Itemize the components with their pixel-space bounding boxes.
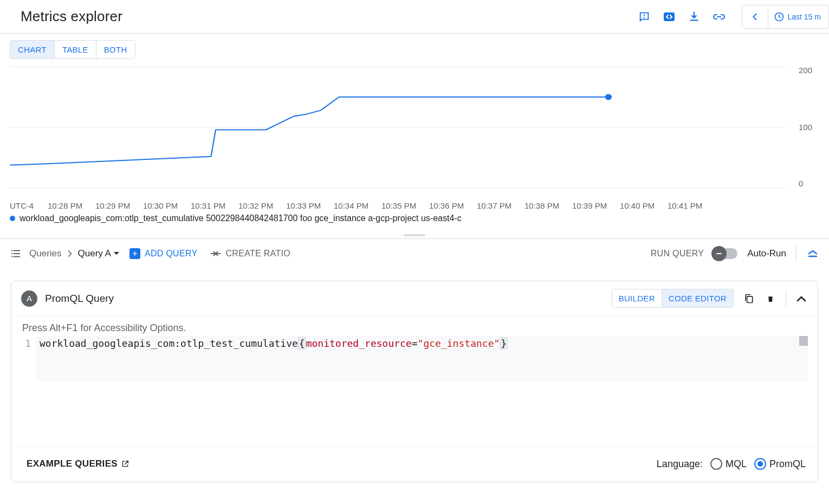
y-tick: 0 (799, 179, 803, 188)
x-tick: 10:39 PM (572, 201, 620, 210)
card-footer: EXAMPLE QUERIES Language: MQL PromQL (11, 447, 818, 482)
y-tick: 100 (799, 122, 812, 132)
query-card: A PromQL Query BUILDER CODE EDITOR Press… (11, 281, 818, 482)
legend-text: workload_googleapis_com:otlp_test_cumula… (20, 214, 462, 223)
collapse-panel-icon[interactable] (806, 247, 819, 260)
code-editor-button[interactable]: CODE EDITOR (662, 289, 733, 307)
view-tabs: CHART TABLE BOTH (10, 40, 135, 59)
separator (786, 291, 786, 306)
auto-run-label: Auto-Run (747, 248, 786, 259)
svg-point-7 (605, 94, 612, 100)
time-range-prev[interactable] (742, 5, 768, 28)
add-query-button[interactable]: + ADD QUERY (127, 245, 200, 262)
x-tick: 10:36 PM (429, 201, 477, 210)
svg-point-1 (643, 17, 644, 18)
create-ratio-button[interactable]: CREATE RATIO (208, 245, 293, 262)
query-avatar: A (21, 290, 37, 307)
panel-resize-handle[interactable] (0, 232, 829, 238)
x-tick: 10:29 PM (95, 201, 143, 210)
add-query-label: ADD QUERY (145, 249, 198, 259)
tab-chart[interactable]: CHART (10, 41, 54, 59)
minimap-scrollbar[interactable] (799, 336, 808, 346)
example-queries-link[interactable]: EXAMPLE QUERIES (27, 458, 129, 469)
x-tick: 10:34 PM (334, 201, 381, 210)
example-queries-label: EXAMPLE QUERIES (27, 458, 118, 469)
report-issue-icon[interactable] (638, 10, 651, 23)
line-number: 1 (21, 336, 36, 351)
link-icon[interactable] (713, 10, 726, 23)
x-tick: 10:38 PM (524, 201, 572, 210)
toggle-knob (711, 246, 727, 261)
x-tick: 10:35 PM (381, 201, 429, 210)
tab-both[interactable]: BOTH (96, 41, 135, 59)
code-editor[interactable]: Press Alt+F1 for Accessibility Options. … (11, 316, 818, 447)
x-tick: 10:32 PM (238, 201, 286, 210)
editor-mode-segment: BUILDER CODE EDITOR (612, 289, 734, 308)
breadcrumb-current-label: Query A (78, 248, 111, 259)
svg-rect-10 (747, 296, 753, 302)
code-icon[interactable] (663, 10, 676, 23)
query-toolbar: Queries Query A + ADD QUERY CREATE RATIO… (0, 238, 829, 268)
create-ratio-label: CREATE RATIO (226, 249, 290, 259)
code-content[interactable]: workload_googleapis_com:otlp_test_cumula… (36, 336, 808, 382)
copy-icon[interactable] (742, 292, 755, 305)
x-tick: 10:28 PM (48, 201, 95, 210)
breadcrumb: Queries Query A (29, 248, 120, 259)
delete-icon[interactable] (764, 292, 777, 305)
open-external-icon (121, 460, 129, 468)
topbar: Metrics explorer Last 15 m (0, 0, 829, 34)
legend[interactable]: workload_googleapis_com:otlp_test_cumula… (9, 210, 820, 228)
breadcrumb-current[interactable]: Query A (78, 248, 120, 259)
legend-dot-icon (10, 216, 15, 221)
run-query-button[interactable]: RUN QUERY (651, 249, 704, 259)
chevron-right-icon (67, 250, 73, 257)
top-actions: Last 15 m (638, 5, 829, 29)
plus-icon: + (129, 248, 140, 259)
x-axis-tz: UTC-4 (10, 201, 48, 210)
time-range-picker: Last 15 m (742, 5, 829, 29)
y-axis: 200 100 0 (788, 59, 820, 201)
caret-down-icon (113, 251, 120, 256)
chart-wrap: 200 100 0 (9, 59, 820, 201)
radio-mql-label: MQL (726, 458, 747, 470)
time-range-label[interactable]: Last 15 m (768, 5, 828, 28)
x-tick: 10:37 PM (477, 201, 524, 210)
auto-run-toggle[interactable] (714, 248, 737, 259)
radio-promql-label: PromQL (769, 458, 806, 470)
ratio-icon (210, 249, 222, 259)
radio-mql[interactable]: MQL (710, 458, 747, 470)
card-title: PromQL Query (45, 293, 114, 305)
breadcrumb-queries[interactable]: Queries (29, 248, 62, 259)
collapse-card-icon[interactable] (795, 292, 808, 305)
time-range-text: Last 15 m (788, 12, 821, 21)
x-axis: UTC-410:28 PM10:29 PM10:30 PM10:31 PM10:… (9, 201, 820, 210)
separator (796, 246, 796, 261)
download-icon[interactable] (688, 10, 701, 23)
page-title: Metrics explorer (21, 8, 122, 25)
svg-rect-2 (664, 12, 675, 21)
x-tick: 10:30 PM (143, 201, 191, 210)
tab-table[interactable]: TABLE (54, 41, 96, 59)
x-tick: 10:33 PM (286, 201, 334, 210)
x-tick: 10:41 PM (668, 201, 715, 210)
y-tick: 200 (799, 66, 812, 75)
radio-promql[interactable]: PromQL (754, 458, 806, 470)
language-picker: Language: MQL PromQL (657, 458, 806, 470)
card-header: A PromQL Query BUILDER CODE EDITOR (11, 281, 818, 316)
x-tick: 10:31 PM (191, 201, 238, 210)
language-label: Language: (657, 458, 703, 470)
list-icon (10, 248, 22, 260)
plot-area[interactable] (9, 59, 788, 201)
code-line: 1 workload_googleapis_com:otlp_test_cumu… (21, 336, 808, 382)
builder-button[interactable]: BUILDER (612, 289, 662, 307)
card-actions: BUILDER CODE EDITOR (612, 289, 808, 308)
clock-icon (774, 11, 785, 22)
chart-area: CHART TABLE BOTH 200 100 0 UTC-410:28 PM… (0, 34, 829, 232)
a11y-hint: Press Alt+F1 for Accessibility Options. (21, 322, 808, 336)
x-tick: 10:40 PM (620, 201, 668, 210)
